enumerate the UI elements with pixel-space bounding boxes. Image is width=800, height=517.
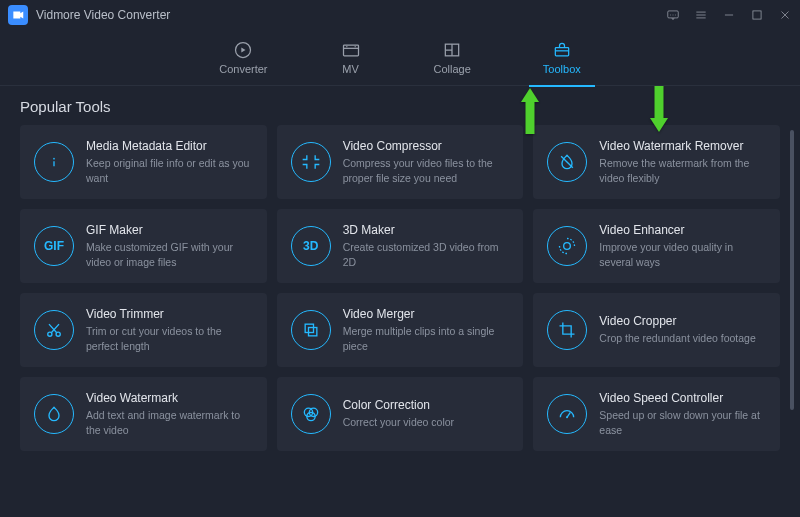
svg-point-8	[53, 158, 55, 160]
nav-label: Converter	[219, 63, 267, 75]
svg-rect-7	[555, 48, 568, 56]
tool-video-trimmer[interactable]: Video Trimmer Trim or cut your videos to…	[20, 293, 267, 367]
titlebar: Vidmore Video Converter	[0, 0, 800, 30]
svg-point-4	[346, 46, 347, 47]
nav-label: Collage	[434, 63, 471, 75]
tool-gif-maker[interactable]: GIF GIF Maker Make customized GIF with y…	[20, 209, 267, 283]
tool-video-watermark[interactable]: Video Watermark Add text and image water…	[20, 377, 267, 451]
tool-desc: Add text and image watermark to the vide…	[86, 408, 253, 436]
scissors-icon	[34, 310, 74, 350]
tool-desc: Improve your video quality in several wa…	[599, 240, 766, 268]
tool-title: Video Speed Controller	[599, 391, 766, 405]
collage-icon	[441, 40, 463, 60]
enhance-icon	[547, 226, 587, 266]
tool-title: Media Metadata Editor	[86, 139, 253, 153]
gif-icon: GIF	[34, 226, 74, 266]
tool-title: Color Correction	[343, 398, 454, 412]
svg-point-9	[564, 243, 571, 250]
tool-desc: Keep original file info or edit as you w…	[86, 156, 253, 184]
app-logo	[8, 5, 28, 25]
svg-rect-0	[668, 11, 679, 18]
watermark-icon	[34, 394, 74, 434]
tool-title: GIF Maker	[86, 223, 253, 237]
tool-video-merger[interactable]: Video Merger Merge multiple clips into a…	[277, 293, 524, 367]
tool-title: Video Cropper	[599, 314, 755, 328]
toolbox-icon	[551, 40, 573, 60]
tools-grid: Media Metadata Editor Keep original file…	[20, 125, 780, 451]
navbar: Converter MV Collage Toolbox	[0, 30, 800, 86]
tool-desc: Remove the watermark from the video flex…	[599, 156, 766, 184]
speed-icon	[547, 394, 587, 434]
tool-desc: Trim or cut your videos to the perfect l…	[86, 324, 253, 352]
tool-title: Video Watermark	[86, 391, 253, 405]
svg-rect-13	[308, 328, 316, 336]
minimize-icon[interactable]	[722, 8, 736, 22]
tool-title: Video Enhancer	[599, 223, 766, 237]
info-icon	[34, 142, 74, 182]
menu-icon[interactable]	[694, 8, 708, 22]
mv-icon	[340, 40, 362, 60]
scrollbar[interactable]	[790, 130, 794, 410]
tool-title: Video Merger	[343, 307, 510, 321]
tool-title: Video Trimmer	[86, 307, 253, 321]
tab-mv[interactable]: MV	[334, 36, 368, 79]
tab-toolbox[interactable]: Toolbox	[537, 36, 587, 79]
tool-video-cropper[interactable]: Video Cropper Crop the redundant video f…	[533, 293, 780, 367]
tool-color-correction[interactable]: Color Correction Correct your video colo…	[277, 377, 524, 451]
tool-desc: Make customized GIF with your video or i…	[86, 240, 253, 268]
tool-video-watermark-remover[interactable]: Video Watermark Remover Remove the water…	[533, 125, 780, 199]
nav-label: MV	[342, 63, 359, 75]
close-icon[interactable]	[778, 8, 792, 22]
tab-collage[interactable]: Collage	[428, 36, 477, 79]
tool-desc: Compress your video files to the proper …	[343, 156, 510, 184]
svg-point-11	[56, 332, 60, 336]
watermark-remove-icon	[547, 142, 587, 182]
svg-point-5	[354, 46, 355, 47]
tab-converter[interactable]: Converter	[213, 36, 273, 79]
tool-title: 3D Maker	[343, 223, 510, 237]
svg-rect-12	[305, 324, 313, 332]
svg-point-10	[48, 332, 52, 336]
3d-icon: 3D	[291, 226, 331, 266]
svg-rect-3	[343, 45, 358, 56]
tool-3d-maker[interactable]: 3D 3D Maker Create customized 3D video f…	[277, 209, 524, 283]
window-controls	[666, 8, 792, 22]
tool-desc: Speed up or slow down your file at ease	[599, 408, 766, 436]
tool-video-speed-controller[interactable]: Video Speed Controller Speed up or slow …	[533, 377, 780, 451]
feedback-icon[interactable]	[666, 8, 680, 22]
svg-point-17	[566, 416, 568, 418]
section-title: Popular Tools	[20, 98, 780, 115]
svg-rect-1	[753, 11, 761, 19]
crop-icon	[547, 310, 587, 350]
app-title: Vidmore Video Converter	[36, 8, 170, 22]
compress-icon	[291, 142, 331, 182]
nav-label: Toolbox	[543, 63, 581, 75]
color-icon	[291, 394, 331, 434]
tool-title: Video Compressor	[343, 139, 510, 153]
merge-icon	[291, 310, 331, 350]
tool-video-compressor[interactable]: Video Compressor Compress your video fil…	[277, 125, 524, 199]
converter-icon	[232, 40, 254, 60]
content-area: Popular Tools Media Metadata Editor Keep…	[0, 86, 800, 517]
tool-desc: Merge multiple clips into a single piece	[343, 324, 510, 352]
maximize-icon[interactable]	[750, 8, 764, 22]
tool-desc: Correct your video color	[343, 415, 454, 429]
tool-desc: Crop the redundant video footage	[599, 331, 755, 345]
tool-title: Video Watermark Remover	[599, 139, 766, 153]
tool-media-metadata-editor[interactable]: Media Metadata Editor Keep original file…	[20, 125, 267, 199]
tool-video-enhancer[interactable]: Video Enhancer Improve your video qualit…	[533, 209, 780, 283]
tool-desc: Create customized 3D video from 2D	[343, 240, 510, 268]
